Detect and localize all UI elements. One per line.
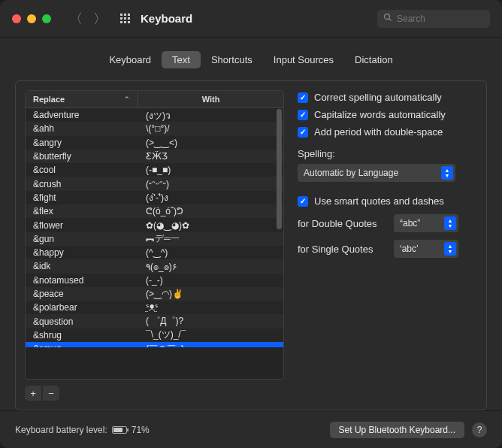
replace-cell: &gun (26, 234, 138, 244)
search-icon (383, 13, 392, 24)
replace-cell: &notamused (26, 275, 138, 286)
battery-percent: 71% (132, 425, 150, 435)
double-quotes-select[interactable]: “abc” ▲▼ (394, 214, 458, 232)
forward-button[interactable]: 〉 (93, 10, 107, 28)
replace-cell: &butterfly (26, 151, 138, 162)
table-row[interactable]: &flower✿(◕‿◕)✿ (26, 218, 283, 232)
select-arrows-icon: ▲▼ (444, 216, 456, 230)
traffic-lights (12, 14, 51, 23)
table-row[interactable]: &butterflyƸӜƷ (26, 150, 283, 163)
with-cell: ( ゜Д゜)? (138, 315, 283, 328)
smart-quotes-checkbox[interactable] (298, 196, 308, 207)
single-quotes-select[interactable]: ‘abc’ ▲▼ (394, 240, 458, 258)
table-row[interactable]: &flexᕦ(ò_óˇ)ᕤ (26, 204, 283, 218)
replace-column-header[interactable]: Replace ⌃ (26, 91, 138, 107)
table-row[interactable]: &smug(￣ᆽ￣=) (26, 342, 283, 347)
nav-buttons: 〈 〉 (69, 10, 107, 28)
double-quotes-row: for Double Quotes “abc” ▲▼ (298, 214, 477, 232)
svg-line-1 (389, 19, 392, 21)
with-cell: ٩(๏_๏)۶ (138, 259, 283, 274)
search-input[interactable] (397, 14, 484, 24)
with-cell: (˶ᵔᵕᵔ˶) (138, 179, 283, 189)
add-period-row[interactable]: Add period with double-space (298, 126, 477, 138)
replace-cell: &ahh (26, 123, 138, 134)
with-cell: (ง'̀-'́)ง (138, 190, 283, 204)
battery-label: Keyboard battery level: (15, 425, 107, 435)
replace-cell: &angry (26, 138, 138, 148)
spelling-select[interactable]: Automatic by Language ▲▼ (298, 164, 455, 182)
smart-quotes-label: Use smart quotes and dashes (314, 195, 444, 207)
table-row[interactable]: &fight(ง'̀-'́)ง (26, 191, 283, 204)
table-row[interactable]: &peace(>‿◠)✌ (26, 287, 283, 301)
with-cell: (>‿‿<) (138, 138, 283, 148)
tab-shortcuts[interactable]: Shortcuts (201, 51, 263, 68)
replace-cell: &flex (26, 206, 138, 216)
content-area: KeyboardTextShortcutsInput SourcesDictat… (0, 38, 502, 410)
correct-spelling-row[interactable]: Correct spelling automatically (298, 92, 477, 103)
smart-quotes-row[interactable]: Use smart quotes and dashes (298, 195, 477, 207)
keyboard-preferences-window: 〈 〉 Keyboard KeyboardTextShortcutsInput … (0, 0, 502, 448)
with-cell: \(°□°)/ (138, 123, 283, 134)
select-arrows-icon: ▲▼ (441, 166, 453, 180)
with-cell: ƸӜƷ (138, 151, 283, 162)
replace-cell: &cool (26, 165, 138, 175)
titlebar: 〈 〉 Keyboard (0, 0, 502, 38)
help-button[interactable]: ? (472, 422, 487, 437)
scrollbar-thumb[interactable] (277, 109, 282, 229)
capitalize-words-row[interactable]: Capitalize words automatically (298, 109, 477, 120)
with-column-header[interactable]: With (138, 91, 283, 107)
double-quotes-label: for Double Quotes (298, 218, 386, 229)
tabs-container: KeyboardTextShortcutsInput SourcesDictat… (15, 51, 487, 68)
table-row[interactable]: &crush(˶ᵔᵕᵔ˶) (26, 177, 283, 190)
search-field[interactable] (377, 10, 490, 28)
table-row[interactable]: &cool(-■_■) (26, 163, 283, 177)
with-header-text: With (202, 95, 220, 104)
bluetooth-setup-button[interactable]: Set Up Bluetooth Keyboard... (330, 422, 464, 438)
window-title: Keyboard (141, 12, 192, 25)
replace-cell: &polarbear (26, 302, 138, 313)
table-row[interactable]: &angry(>‿‿<) (26, 136, 283, 150)
replacements-column: Replace ⌃ With &adventure(งツ)ว&ahh\(°□°)… (25, 90, 284, 401)
table-row[interactable]: &idk٩(๏_๏)۶ (26, 259, 283, 273)
show-all-icon[interactable] (120, 14, 130, 23)
single-quotes-label: for Single Quotes (298, 244, 386, 255)
with-cell: (งツ)ว (138, 108, 283, 123)
minimize-window-button[interactable] (27, 14, 36, 23)
add-period-checkbox[interactable] (298, 127, 308, 138)
replace-header-text: Replace (33, 95, 65, 104)
tab-dictation[interactable]: Dictation (344, 51, 404, 68)
tab-text[interactable]: Text (162, 51, 201, 68)
table-row[interactable]: &gun︻デ═一 (26, 232, 283, 246)
table-row[interactable]: &happy(^‿^) (26, 246, 283, 259)
remove-row-button[interactable]: − (43, 386, 59, 401)
back-button[interactable]: 〈 (69, 10, 83, 28)
table-row[interactable]: &adventure(งツ)ว (26, 108, 283, 122)
capitalize-words-checkbox[interactable] (298, 110, 308, 120)
tab-input-sources[interactable]: Input Sources (263, 51, 344, 68)
replacements-table: Replace ⌃ With &adventure(งツ)ว&ahh\(°□°)… (25, 90, 284, 380)
add-period-label: Add period with double-space (314, 126, 443, 138)
add-row-button[interactable]: + (25, 386, 41, 401)
table-row[interactable]: &notamused(-_-) (26, 274, 283, 287)
tab-keyboard[interactable]: Keyboard (98, 51, 162, 68)
spelling-value: Automatic by Language (304, 168, 398, 178)
fullscreen-window-button[interactable] (42, 14, 51, 23)
table-row[interactable]: &polarbearˢ̤ᴥˢ̤ (26, 301, 283, 314)
replace-cell: &happy (26, 247, 138, 258)
with-cell: ︻デ═一 (138, 232, 283, 245)
with-cell: ˢ̤ᴥˢ̤ (138, 302, 283, 313)
replace-cell: &fight (26, 192, 138, 203)
table-row[interactable]: &question( ゜Д゜)? (26, 314, 283, 328)
with-cell: ᕦ(ò_óˇ)ᕤ (138, 206, 283, 216)
correct-spelling-checkbox[interactable] (298, 92, 308, 103)
replace-cell: &crush (26, 179, 138, 189)
table-row[interactable]: &shrug¯\_(ツ)_/¯ (26, 328, 283, 342)
table-body[interactable]: &adventure(งツ)ว&ahh\(°□°)/&angry(>‿‿<)&b… (26, 108, 283, 347)
close-window-button[interactable] (12, 14, 21, 23)
with-cell: (-■_■) (138, 165, 283, 175)
select-arrows-icon: ▲▼ (444, 242, 456, 256)
table-row[interactable]: &ahh\(°□°)/ (26, 122, 283, 135)
replace-cell: &adventure (26, 110, 138, 120)
svg-point-0 (385, 14, 390, 20)
replace-cell: &shrug (26, 330, 138, 341)
